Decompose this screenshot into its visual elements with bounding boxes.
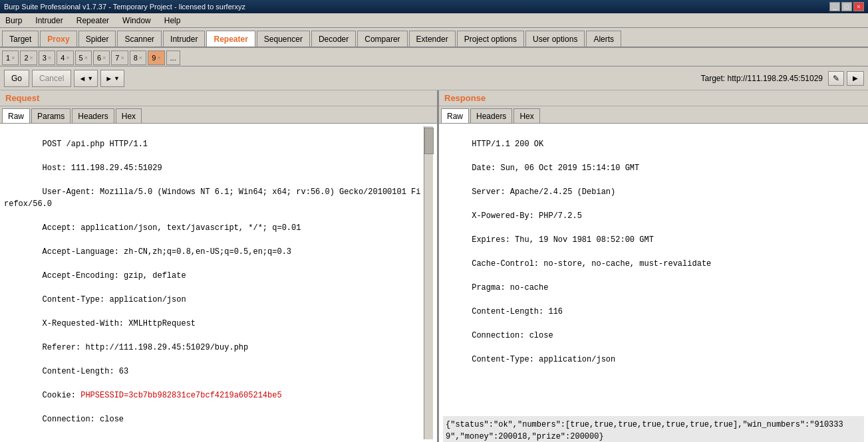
req-tab-7[interactable]: 7 × (111, 51, 128, 65)
title-text: Burp Suite Professional v1.7.37 - Tempor… (4, 3, 245, 11)
back-arrow-icon: ◄ (78, 74, 86, 82)
req-tab-6[interactable]: 6 × (93, 51, 110, 65)
menu-burp[interactable]: Burp (3, 15, 25, 26)
forward-arrow-icon: ► (105, 74, 112, 82)
title-bar: Burp Suite Professional v1.7.37 - Tempor… (0, 0, 868, 13)
req-tab-9[interactable]: 9 × (148, 51, 164, 65)
req-line-connection: Connection: close (43, 415, 124, 424)
req-line-content-type: Content-Type: application/json (43, 295, 186, 304)
target-edit-button[interactable]: ✎ (828, 71, 844, 86)
tab-repeater[interactable]: Repeater (206, 31, 255, 47)
resp-sub-tab-raw[interactable]: Raw (441, 108, 469, 123)
req-line-content-length: Content-Length: 63 (43, 367, 129, 376)
tab-target[interactable]: Target (2, 31, 39, 47)
resp-content-type: Content-Type: application/json (472, 355, 615, 364)
go-button[interactable]: Go (4, 70, 29, 87)
cancel-button[interactable]: Cancel (32, 70, 71, 87)
request-content: POST /api.php HTTP/1.1 Host: 111.198.29.… (0, 124, 437, 442)
req-cookie-value: 3cb7bb982831ce7bcf4219a605214be5 (128, 391, 281, 400)
resp-status: HTTP/1.1 200 OK (472, 140, 543, 149)
forward-dropdown-icon[interactable]: ▼ (114, 75, 120, 82)
menu-repeater[interactable]: Repeater (74, 15, 112, 26)
close-button[interactable]: × (853, 2, 864, 11)
req-sub-tab-params[interactable]: Params (31, 108, 71, 123)
request-text[interactable]: POST /api.php HTTP/1.1 Host: 111.198.29.… (4, 126, 424, 439)
resp-xpowered: X-Powered-By: PHP/7.2.5 (472, 211, 582, 221)
req-line-referer: Referer: http://111.198.29.45:51029/buy.… (43, 343, 249, 352)
request-label: Request (0, 90, 437, 106)
title-bar-controls[interactable]: _ □ × (829, 2, 864, 11)
req-tab-2[interactable]: 2 × (20, 51, 37, 65)
menu-window[interactable]: Window (120, 15, 154, 26)
request-scrollbar[interactable] (424, 126, 433, 439)
req-tab-8[interactable]: 8 × (130, 51, 146, 65)
minimize-button[interactable]: _ (829, 2, 840, 11)
tab-user-options[interactable]: User options (525, 31, 585, 47)
req-tab-1[interactable]: 1 × (2, 51, 19, 65)
req-tab-4[interactable]: 4 × (57, 51, 73, 65)
req-line-accept-enc: Accept-Encoding: gzip, deflate (43, 271, 186, 280)
resp-connection: Connection: close (472, 331, 553, 340)
menu-bar: Burp Intruder Repeater Window Help (0, 13, 868, 28)
tab-proxy[interactable]: Proxy (40, 31, 76, 47)
tab-alerts[interactable]: Alerts (586, 31, 621, 47)
req-sub-tab-raw[interactable]: Raw (2, 108, 30, 123)
toolbar: Go Cancel ◄ ▼ ► ▼ Target: http://111.198… (0, 66, 868, 90)
req-tab-3[interactable]: 3 × (39, 51, 55, 65)
tab-decoder[interactable]: Decoder (311, 31, 356, 47)
req-line-host: Host: 111.198.29.45:51029 (43, 164, 162, 173)
resp-pragma: Pragma: no-cache (472, 283, 548, 292)
resp-expires: Expires: Thu, 19 Nov 1981 08:52:00 GMT (472, 235, 654, 245)
target-extra-button[interactable]: ▶ (847, 71, 864, 86)
resp-sub-tab-headers[interactable]: Headers (470, 108, 512, 123)
req-line-cookie-prefix: Cookie: (43, 391, 81, 400)
back-dropdown-icon[interactable]: ▼ (87, 75, 93, 82)
tab-project-options[interactable]: Project options (457, 31, 524, 47)
resp-content-length: Content-Length: 116 (472, 307, 563, 316)
maximize-button[interactable]: □ (841, 2, 852, 11)
main-tabs: Target Proxy Spider Scanner Intruder Rep… (0, 28, 868, 48)
req-tab-5[interactable]: 5 × (75, 51, 92, 65)
response-label: Response (439, 90, 868, 106)
response-content[interactable]: HTTP/1.1 200 OK Date: Sun, 06 Oct 2019 1… (439, 124, 868, 442)
resp-sub-tab-hex[interactable]: Hex (513, 108, 539, 123)
tab-sequencer[interactable]: Sequencer (257, 31, 310, 47)
edit-icon: ✎ (833, 74, 839, 83)
request-scrollbar-thumb[interactable] (424, 128, 434, 154)
resp-sub-tabs: Raw Headers Hex (439, 106, 868, 124)
resp-body: {"status":"ok","numbers":[true,true,true… (443, 416, 864, 442)
nav-back-button[interactable]: ◄ ▼ (74, 70, 98, 87)
req-sub-tabs: Raw Params Headers Hex (0, 106, 437, 124)
tab-spider[interactable]: Spider (78, 31, 116, 47)
request-pane: Request Raw Params Headers Hex POST /api… (0, 90, 439, 442)
req-sub-tab-hex[interactable]: Hex (116, 108, 142, 123)
response-pane: Response Raw Headers Hex HTTP/1.1 200 OK… (439, 90, 868, 442)
req-line-method: POST /api.php HTTP/1.1 (43, 140, 148, 149)
req-tab-more[interactable]: ... (166, 51, 180, 65)
req-line-xrw: X-Requested-With: XMLHttpRequest (43, 319, 196, 328)
target-label: Target: http://111.198.29.45:51029 (701, 74, 823, 83)
resp-cache: Cache-Control: no-store, no-cache, must-… (472, 259, 711, 269)
req-sub-tab-headers[interactable]: Headers (72, 108, 114, 123)
tab-scanner[interactable]: Scanner (117, 31, 162, 47)
req-cookie-name: PHPSESSID (80, 391, 124, 400)
tab-intruder[interactable]: Intruder (163, 31, 205, 47)
nav-forward-button[interactable]: ► ▼ (100, 70, 124, 87)
resp-server: Server: Apache/2.4.25 (Debian) (472, 187, 615, 197)
request-tabs-bar: 1 × 2 × 3 × 4 × 5 × 6 × 7 × 8 × 9 × ... (0, 48, 868, 66)
resp-date: Date: Sun, 06 Oct 2019 15:14:10 GMT (472, 164, 639, 173)
req-line-accept-lang: Accept-Language: zh-CN,zh;q=0.8,en-US;q=… (43, 247, 291, 257)
menu-help[interactable]: Help (162, 15, 184, 26)
req-line-accept: Accept: application/json, text/javascrip… (43, 223, 301, 233)
tab-extender[interactable]: Extender (409, 31, 456, 47)
target-extra-icon: ▶ (853, 74, 858, 82)
tab-comparer[interactable]: Comparer (357, 31, 407, 47)
req-line-ua: User-Agent: Mozilla/5.0 (Windows NT 6.1;… (4, 187, 421, 209)
menu-intruder[interactable]: Intruder (33, 15, 65, 26)
main-content: Request Raw Params Headers Hex POST /api… (0, 90, 868, 442)
